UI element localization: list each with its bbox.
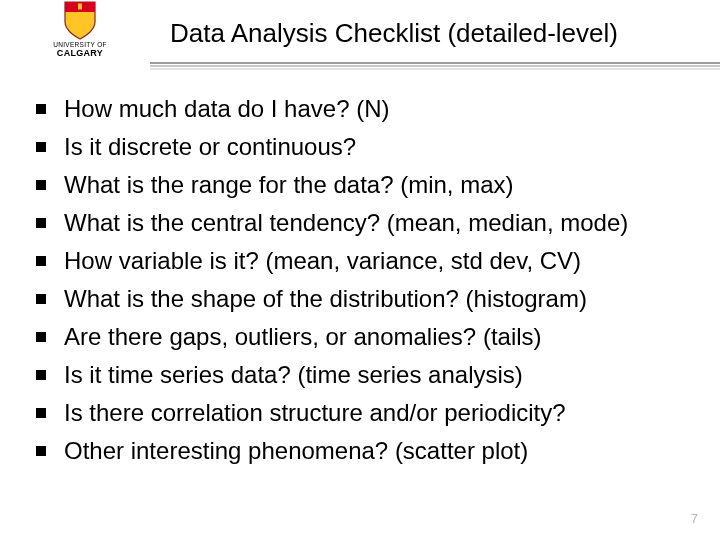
square-bullet-icon: [36, 446, 46, 456]
list-item: How variable is it? (mean, variance, std…: [36, 246, 696, 276]
list-item-text: Are there gaps, outliers, or anomalies? …: [64, 322, 542, 352]
square-bullet-icon: [36, 256, 46, 266]
list-item: Is there correlation structure and/or pe…: [36, 398, 696, 428]
list-item-text: What is the central tendency? (mean, med…: [64, 208, 628, 238]
page-number: 7: [691, 511, 698, 526]
logo-wordmark: UNIVERSITY OF CALGARY: [53, 42, 107, 58]
list-item-text: How variable is it? (mean, variance, std…: [64, 246, 581, 276]
square-bullet-icon: [36, 104, 46, 114]
header-divider: [150, 62, 720, 70]
square-bullet-icon: [36, 218, 46, 228]
list-item: What is the range for the data? (min, ma…: [36, 170, 696, 200]
square-bullet-icon: [36, 332, 46, 342]
square-bullet-icon: [36, 294, 46, 304]
list-item-text: Is it discrete or continuous?: [64, 132, 356, 162]
list-item-text: How much data do I have? (N): [64, 94, 390, 124]
list-item-text: What is the shape of the distribution? (…: [64, 284, 587, 314]
bullet-list: How much data do I have? (N) Is it discr…: [36, 94, 696, 474]
square-bullet-icon: [36, 370, 46, 380]
logo-line2: CALGARY: [53, 49, 107, 58]
list-item: Is it discrete or continuous?: [36, 132, 696, 162]
square-bullet-icon: [36, 408, 46, 418]
square-bullet-icon: [36, 180, 46, 190]
university-logo: UNIVERSITY OF CALGARY: [30, 0, 130, 64]
list-item: Are there gaps, outliers, or anomalies? …: [36, 322, 696, 352]
list-item: Other interesting phenomena? (scatter pl…: [36, 436, 696, 466]
shield-icon: [63, 0, 97, 40]
slide-title: Data Analysis Checklist (detailed-level): [170, 18, 700, 49]
slide-header: UNIVERSITY OF CALGARY Data Analysis Chec…: [0, 0, 720, 66]
list-item-text: Is there correlation structure and/or pe…: [64, 398, 566, 428]
list-item: Is it time series data? (time series ana…: [36, 360, 696, 390]
list-item: How much data do I have? (N): [36, 94, 696, 124]
list-item-text: Is it time series data? (time series ana…: [64, 360, 523, 390]
list-item-text: What is the range for the data? (min, ma…: [64, 170, 514, 200]
list-item-text: Other interesting phenomena? (scatter pl…: [64, 436, 528, 466]
svg-rect-0: [78, 4, 82, 10]
list-item: What is the central tendency? (mean, med…: [36, 208, 696, 238]
square-bullet-icon: [36, 142, 46, 152]
list-item: What is the shape of the distribution? (…: [36, 284, 696, 314]
